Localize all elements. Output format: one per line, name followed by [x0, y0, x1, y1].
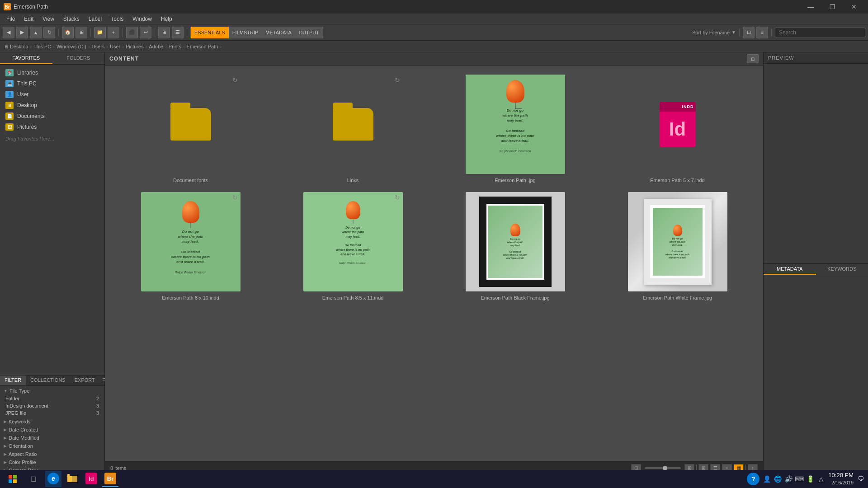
menu-view[interactable]: View	[38, 14, 59, 24]
grid-item-jpg[interactable]: Do not gowhere the pathmay lead.Go inste…	[439, 75, 592, 183]
zoom-slider[interactable]	[645, 467, 681, 469]
filter-folder-row[interactable]: Folder 2	[0, 395, 104, 402]
meta-tab-metadata[interactable]: METADATA	[764, 264, 816, 275]
menu-help[interactable]: Help	[156, 14, 177, 24]
indd8x10-thumb[interactable]: ↻ Do not gowhere the pathmay lead.Go ins…	[141, 192, 241, 291]
expand-icon[interactable]: △	[817, 475, 825, 483]
filter-tab-export[interactable]: EXPORT	[70, 375, 99, 385]
grid-item-docfonts[interactable]: ↻ Document fonts	[114, 75, 267, 183]
maximize-button[interactable]: ❐	[822, 0, 843, 14]
fav-pictures[interactable]: 🖼 Pictures	[0, 122, 104, 132]
keyboard-icon[interactable]: ⌨	[796, 475, 803, 483]
people-icon[interactable]: 👤	[763, 475, 770, 483]
grid-item-indd-5x7[interactable]: INDD Id Emerson Path 5 x 7.indd	[601, 75, 754, 183]
grid-item-indd-8x11[interactable]: ↻ Do not gowhere the pathmay lead.Go ins…	[276, 192, 429, 300]
meta-tab-keywords[interactable]: KEYWORDS	[816, 264, 868, 275]
filter-orientation-header[interactable]: ▶ Orientation	[0, 442, 104, 450]
home-button[interactable]: 🏠	[62, 27, 74, 38]
filter-keywords-header[interactable]: ▶ Keywords	[0, 418, 104, 426]
zoom-handle[interactable]	[663, 466, 667, 470]
bc-thispc[interactable]: This PC	[33, 44, 51, 49]
filter-tab-collections[interactable]: COLLECTIONS	[26, 375, 70, 385]
grid-item-blackframe[interactable]: Do not gowhere the pathmay lead.Go inste…	[439, 192, 592, 300]
bc-prints[interactable]: Prints	[169, 44, 181, 49]
taskview-button[interactable]: ❑	[24, 470, 42, 488]
start-button[interactable]	[4, 470, 22, 488]
filter-datemodified-header[interactable]: ▶ Date Modified	[0, 434, 104, 442]
bc-users[interactable]: Users	[92, 44, 105, 49]
filter-tab-filter[interactable]: FILTER	[0, 375, 26, 385]
mode-pills[interactable]: ESSENTIALS FILMSTRIP METADATA OUTPUT	[190, 27, 323, 38]
filter-jpeg-row[interactable]: JPEG file 3	[0, 409, 104, 417]
links-thumb[interactable]: ↻	[303, 75, 403, 174]
bc-windows[interactable]: Windows (C:)	[57, 44, 86, 49]
menu-stacks[interactable]: Stacks	[59, 14, 84, 24]
bc-user[interactable]: User	[110, 44, 120, 49]
bc-adobe[interactable]: Adobe	[149, 44, 163, 49]
filter-filetype-header[interactable]: ▼ File Type	[0, 387, 104, 395]
explorer-app[interactable]	[64, 471, 80, 487]
up-button[interactable]: ▲	[30, 27, 42, 38]
output-tab[interactable]: OUTPUT	[295, 27, 323, 38]
filter-datecreated-header[interactable]: ▶ Date Created	[0, 426, 104, 434]
cam-button[interactable]: ⬛	[126, 27, 138, 38]
fav-documents[interactable]: 📄 Documents	[0, 111, 104, 122]
grid-item-links[interactable]: ↻ Links	[276, 75, 429, 183]
battery-icon[interactable]: 🔋	[807, 475, 814, 483]
list-button[interactable]: ☰	[172, 27, 184, 38]
filter-aspectratio-header[interactable]: ▶ Aspect Ratio	[0, 450, 104, 458]
new-button[interactable]: +	[108, 27, 119, 38]
bc-pictures[interactable]: Pictures	[126, 44, 144, 49]
tab-folders[interactable]: FOLDERS	[52, 52, 105, 64]
indd5x7-thumb[interactable]: INDD Id	[628, 75, 727, 174]
minimize-button[interactable]: —	[800, 0, 821, 14]
tab-favorites[interactable]: FAVORITES	[0, 52, 52, 64]
grid-button[interactable]: ⊞	[158, 27, 170, 38]
blackframe-thumb[interactable]: Do not gowhere the pathmay lead.Go inste…	[466, 192, 565, 291]
nav-button[interactable]: ⊞	[75, 27, 87, 38]
back-button[interactable]: ◀	[3, 27, 14, 38]
pictures-icon: 🖼	[5, 123, 14, 131]
fav-libraries[interactable]: 📚 Libraries	[0, 67, 104, 78]
refresh-button[interactable]: ↻	[43, 27, 55, 38]
filmstrip-tab[interactable]: FILMSTRIP	[229, 27, 262, 38]
volume-icon[interactable]: 🔊	[785, 475, 792, 483]
view-list-btn[interactable]: ≡	[756, 27, 768, 38]
rotate-button[interactable]: ↩	[140, 27, 151, 38]
window-controls[interactable]: — ❐ ✕	[800, 0, 864, 14]
forward-button[interactable]: ▶	[16, 27, 28, 38]
help-icon[interactable]: ?	[747, 473, 760, 485]
essentials-tab[interactable]: ESSENTIALS	[191, 27, 229, 38]
jpg-thumb[interactable]: Do not gowhere the pathmay lead.Go inste…	[466, 75, 565, 174]
network-icon[interactable]: 🌐	[774, 475, 781, 483]
folder-button[interactable]: 📁	[94, 27, 106, 38]
menu-label[interactable]: Label	[84, 14, 106, 24]
menu-file[interactable]: File	[2, 14, 19, 24]
notification-icon[interactable]: 🗨	[857, 475, 864, 483]
view-size-btn[interactable]: ⊡	[743, 27, 755, 38]
fav-user[interactable]: 👤 User	[0, 89, 104, 100]
fav-desktop[interactable]: 🖥 Desktop	[0, 100, 104, 111]
whiteframe-thumb[interactable]: Do not gowhere the pathmay lead.Go inste…	[628, 192, 727, 291]
metadata-tab[interactable]: METADATA	[262, 27, 295, 38]
close-button[interactable]: ✕	[844, 0, 864, 14]
system-clock[interactable]: 10:20 PM 2/16/2019	[828, 472, 854, 486]
sort-control[interactable]: Sort by Filename ▼	[692, 30, 736, 35]
grid-item-indd-8x10[interactable]: ↻ Do not gowhere the pathmay lead.Go ins…	[114, 192, 267, 300]
indesign-app[interactable]: Id	[83, 471, 99, 487]
content-settings-btn[interactable]: ⊡	[747, 54, 759, 63]
search-input[interactable]	[775, 27, 865, 38]
filter-indesign-row[interactable]: InDesign document 3	[0, 402, 104, 409]
bc-desktop[interactable]: 🖥 Desktop	[4, 44, 28, 49]
fav-thispc[interactable]: 💻 This PC	[0, 78, 104, 89]
indd8x11-thumb[interactable]: ↻ Do not gowhere the pathmay lead.Go ins…	[303, 192, 403, 291]
grid-item-whiteframe[interactable]: Do not gowhere the pathmay lead.Go inste…	[601, 192, 754, 300]
bc-emerson[interactable]: Emerson Path	[187, 44, 218, 49]
edge-app[interactable]: e	[45, 471, 61, 487]
menu-tools[interactable]: Tools	[106, 14, 128, 24]
filter-colorprofile-header[interactable]: ▶ Color Profile	[0, 458, 104, 466]
docfonts-thumb[interactable]: ↻	[141, 75, 241, 174]
bridge-app[interactable]: Br	[102, 471, 118, 487]
menu-window[interactable]: Window	[128, 14, 156, 24]
menu-edit[interactable]: Edit	[19, 14, 38, 24]
